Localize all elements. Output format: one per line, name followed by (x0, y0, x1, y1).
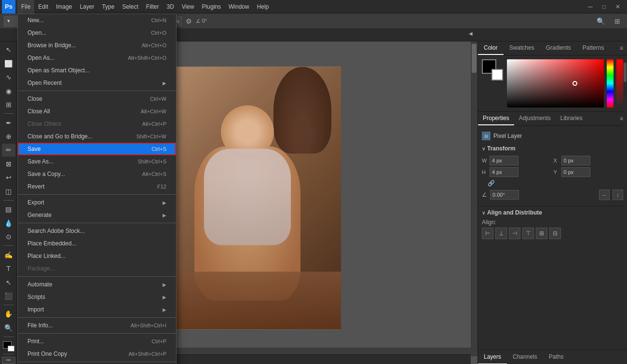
menu-generate[interactable]: Generate ▶ (18, 209, 176, 221)
menu-filter[interactable]: Filter (142, 0, 163, 13)
tab-adjustments[interactable]: Adjustments (514, 112, 556, 125)
crop-tool[interactable]: ⊞ (2, 98, 15, 111)
collapse-panel-button[interactable]: ◀ (467, 29, 475, 38)
menu-3d[interactable]: 3D (163, 0, 177, 13)
menu-print[interactable]: Print... Ctrl+P (18, 335, 176, 348)
color-gradient-picker[interactable] (507, 59, 604, 108)
menu-close[interactable]: Close Ctrl+W (18, 93, 176, 105)
menu-place-embedded[interactable]: Place Embedded... (18, 237, 176, 250)
menu-new[interactable]: New... Ctrl+N (18, 14, 176, 27)
menu-automate[interactable]: Automate ▶ (18, 278, 176, 291)
path-select-tool[interactable]: ↖ (2, 276, 15, 288)
alpha-bar[interactable] (616, 59, 623, 108)
width-input[interactable] (490, 156, 518, 165)
menu-save-copy[interactable]: Save a Copy... Alt+Ctrl+S (18, 168, 176, 180)
fg-bg-colors[interactable] (482, 59, 503, 81)
menu-open[interactable]: Open... Ctrl+O (18, 27, 176, 39)
menu-select[interactable]: Select (118, 0, 142, 13)
more-tools-button[interactable]: ••• (2, 357, 15, 364)
tab-color[interactable]: Color (478, 41, 504, 55)
menu-save-as[interactable]: Save As... Shift+Ctrl+S (18, 155, 176, 168)
height-input[interactable] (490, 167, 518, 177)
align-distribute-header[interactable]: ∨ Align and Distribute (482, 209, 623, 219)
x-input[interactable] (561, 156, 590, 165)
type-tool[interactable]: T (2, 262, 15, 275)
clone-tool[interactable]: ⊠ (2, 158, 15, 170)
zoom-tool[interactable]: 🔍 (2, 322, 15, 334)
canvas-scrollbar-vertical[interactable] (471, 41, 477, 356)
tab-patterns[interactable]: Patterns (577, 41, 610, 55)
blur-tool[interactable]: 💧 (2, 217, 15, 229)
menu-export[interactable]: Export ▶ (18, 196, 176, 209)
menu-save[interactable]: Save Ctrl+S (18, 143, 176, 155)
gradient-tool[interactable]: ▤ (2, 203, 15, 216)
menu-help[interactable]: Help (253, 0, 273, 13)
menu-file-info[interactable]: File Info... Alt+Shift+Ctrl+I (18, 319, 176, 332)
window-minimize-button[interactable]: ─ (583, 3, 598, 11)
align-top-edges-button[interactable]: ⊤ (522, 228, 534, 239)
pen-tool[interactable]: ✍ (2, 248, 15, 261)
menu-import[interactable]: Import ▶ (18, 303, 176, 316)
scroll-thumb-vertical[interactable] (472, 44, 477, 73)
angle-input[interactable] (490, 190, 519, 200)
menu-place-linked[interactable]: Place Linked... (18, 250, 176, 262)
menu-package[interactable]: Package... (18, 262, 176, 275)
window-maximize-button[interactable]: □ (598, 3, 611, 10)
tab-gradients[interactable]: Gradients (540, 41, 577, 55)
link-icon[interactable]: 🔗 (482, 179, 623, 188)
menu-browse-bridge[interactable]: Browse in Bridge... Alt+Ctrl+O (18, 39, 176, 52)
tab-libraries[interactable]: Libraries (556, 112, 587, 125)
align-bottom-edges-button[interactable]: ⊟ (549, 228, 561, 239)
eyedropper-tool[interactable]: ✒ (2, 116, 15, 129)
menu-open-smart-object[interactable]: Open as Smart Object... (18, 64, 176, 77)
menu-scripts[interactable]: Scripts ▶ (18, 291, 176, 303)
tab-properties[interactable]: Properties (478, 112, 514, 125)
right-panel-scrollbar[interactable] (623, 111, 627, 350)
hand-tool[interactable]: ✋ (2, 308, 15, 320)
history-brush-tool[interactable]: ↩ (2, 171, 15, 184)
brush-tool[interactable]: ✏ (2, 144, 15, 156)
menu-layer[interactable]: Layer (76, 0, 98, 13)
menu-close-bridge[interactable]: Close and Go to Bridge... Shift+Ctrl+W (18, 130, 176, 143)
move-tool[interactable]: ↖ (2, 43, 15, 56)
menu-edit[interactable]: Edit (34, 0, 52, 13)
align-center-vertical-button[interactable]: ⊞ (536, 228, 547, 239)
menu-view[interactable]: View (178, 0, 198, 13)
align-left-edges-button[interactable]: ⊢ (482, 228, 493, 239)
healing-tool[interactable]: ⊕ (2, 130, 15, 143)
menu-type[interactable]: Type (98, 0, 118, 13)
background-color[interactable] (491, 69, 503, 81)
tab-layers[interactable]: Layers (478, 350, 507, 364)
search-icon[interactable]: 🔍 (594, 17, 608, 25)
menu-print-one-copy[interactable]: Print One Copy Alt+Shift+Ctrl+P (18, 348, 176, 360)
tab-channels[interactable]: Channels (507, 350, 543, 364)
menu-revert[interactable]: Revert F12 (18, 180, 176, 193)
flip-horizontal-button[interactable]: ↔ (599, 189, 610, 200)
shape-tool[interactable]: ⬛ (2, 290, 15, 302)
lasso-tool[interactable]: ∿ (2, 71, 15, 83)
menu-close-all[interactable]: Close All Alt+Ctrl+W (18, 105, 176, 118)
menu-open-as[interactable]: Open As... Alt+Shift+Ctrl+O (18, 52, 176, 64)
transform-header[interactable]: ∨ Transform (482, 142, 623, 154)
menu-open-recent[interactable]: Open Recent ▶ (18, 77, 176, 89)
menu-search-stock[interactable]: Search Adobe Stock... (18, 225, 176, 237)
foreground-color-swatch[interactable] (2, 341, 15, 351)
align-center-horizontal-button[interactable]: ⊥ (495, 228, 507, 239)
menu-window[interactable]: Window (225, 0, 253, 13)
workspace-icon[interactable]: ⊞ (612, 17, 623, 25)
y-input[interactable] (561, 167, 590, 177)
settings-icon[interactable]: ⚙ (186, 17, 192, 25)
hue-bar[interactable] (607, 59, 613, 108)
eraser-tool[interactable]: ◫ (2, 185, 15, 198)
marquee-tool[interactable]: ⬜ (2, 57, 15, 69)
align-right-edges-button[interactable]: ⊣ (509, 228, 520, 239)
menu-plugins[interactable]: Plugins (198, 0, 225, 13)
menu-file[interactable]: File (17, 0, 34, 13)
flip-vertical-button[interactable]: ↕ (613, 189, 623, 200)
dodge-tool[interactable]: ⊙ (2, 230, 15, 243)
tab-swatches[interactable]: Swatches (504, 41, 540, 55)
quick-select-tool[interactable]: ◉ (2, 84, 15, 97)
menu-image[interactable]: Image (52, 0, 76, 13)
window-close-button[interactable]: ✕ (611, 3, 625, 10)
panel-menu-icon[interactable]: ≡ (616, 42, 627, 54)
